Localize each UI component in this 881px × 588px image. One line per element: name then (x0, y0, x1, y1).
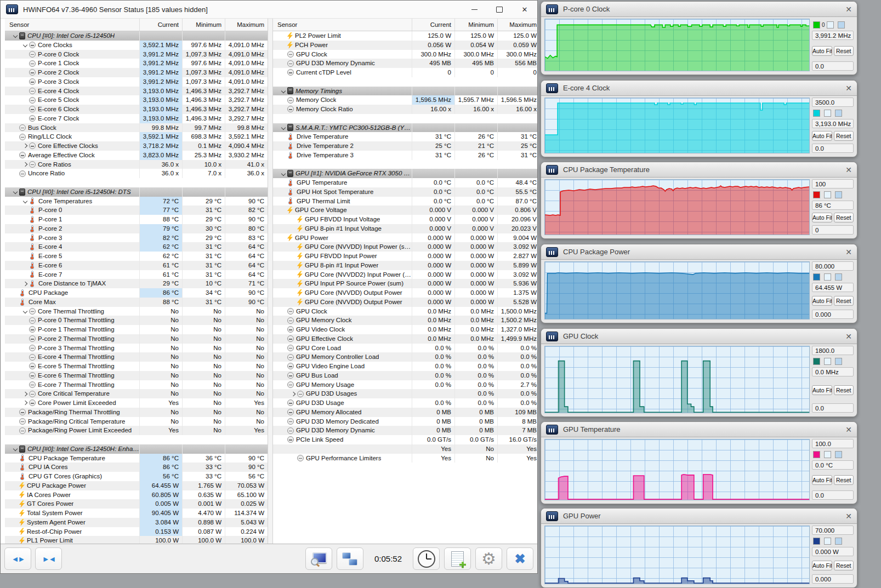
sensor-row[interactable]: E-core 661 °C31 °C64 °C (5, 261, 268, 270)
sensor-row[interactable]: Package/Ring Power Limit ExceededYesNoYe… (5, 426, 268, 435)
sensor-row[interactable]: GPU Video Clock0.0 MHz0.0 MHz1,327.0 MHz (273, 325, 537, 334)
sensor-row[interactable]: Memory Clock Ratio16.00 x16.00 x16.00 x (273, 105, 537, 114)
sensor-row[interactable]: GPU Memory Usage0.0 %0.0 %2.7 % (273, 380, 537, 390)
expand-columns-button[interactable]: ◄► (4, 547, 31, 570)
sensor-row[interactable]: GPU Core (NVVDD2) Input Power (sum)0.000… (273, 270, 537, 279)
chevron-down-icon[interactable] (11, 190, 19, 193)
grid-color-swatch[interactable] (835, 191, 842, 198)
sensor-row[interactable]: CPU Package Temperature86 °C36 °C90 °C (5, 454, 268, 463)
reset-button[interactable]: Reset (834, 296, 854, 306)
sensor-row[interactable]: P-core 1 Thermal ThrottlingNoNoNo (5, 325, 268, 334)
sensor-row[interactable]: E-core 761 °C31 °C64 °C (5, 270, 268, 279)
sensor-row[interactable]: Core Distance to TjMAX29 °C10 °C71 °C (5, 279, 268, 288)
auto-fit-button[interactable]: Auto Fit (812, 213, 832, 222)
sensor-row[interactable]: E-core 6 Clock3,193.0 MHz1,496.3 MHz3,29… (5, 105, 268, 114)
scale-min-field[interactable]: 0.000 (812, 310, 854, 319)
sensor-row[interactable]: Current cTDP Level000 (273, 68, 537, 77)
sensor-row[interactable]: GPU Core Load0.0 %0.0 %0.0 % (273, 344, 537, 353)
sensor-row[interactable]: GPU D3D Memory Dynamic495 MB495 MB556 MB (273, 59, 537, 68)
sensor-row[interactable]: GPU FBVDD Input Voltage0.000 V0.000 V20.… (273, 215, 537, 224)
sensor-row[interactable]: E-core 462 °C31 °C64 °C (5, 242, 268, 252)
sensor-row[interactable]: PL1 Power Limit100.0 W100.0 W100.0 W (5, 536, 268, 544)
sensor-row[interactable]: Drive Temperature 225 °C21 °C25 °C (273, 141, 537, 151)
chevron-down-icon[interactable] (279, 172, 287, 175)
column-header-current[interactable]: Current (412, 19, 454, 31)
sensor-row[interactable]: GPU Thermal Limit0.0 °C0.0 °C87.0 °C (273, 197, 537, 206)
series-color-swatch[interactable] (813, 21, 820, 28)
sensor-row[interactable]: IA Cores Power60.805 W0.635 W65.100 W (5, 490, 268, 500)
sensor-row[interactable]: P-core 0 Clock3,991.2 MHz1,097.3 MHz4,09… (5, 50, 268, 59)
sensor-row[interactable]: CPU Package86 °C34 °C90 °C (5, 288, 268, 298)
scale-max-field[interactable]: 80.000 (812, 261, 854, 271)
series-color-swatch[interactable] (813, 273, 820, 281)
auto-fit-button[interactable]: Auto Fit (812, 561, 832, 570)
sensor-row[interactable]: CPU IA Cores86 °C33 °C90 °C (5, 463, 268, 472)
sensor-row[interactable]: Core Thermal ThrottlingNoNoNo (5, 307, 268, 316)
background-color-swatch[interactable] (827, 21, 834, 28)
sensor-row[interactable]: Drive Temperature 331 °C26 °C31 °C (273, 151, 537, 160)
settings-button[interactable]: ⚙ (475, 547, 502, 570)
scale-max-field[interactable]: 100 (812, 179, 854, 189)
report-button[interactable] (444, 547, 471, 570)
panel-close-icon[interactable]: ✕ (845, 166, 852, 174)
sensor-row[interactable]: Drive Temperature31 °C26 °C31 °C (273, 132, 537, 141)
sensor-row[interactable]: P-core 3 Thermal ThrottlingNoNoNo (5, 344, 268, 353)
group-row[interactable]: CPU [#0]: Intel Core i5-12450H (5, 31, 268, 41)
background-color-swatch[interactable] (824, 358, 831, 365)
sensor-row[interactable]: Bus Clock99.8 MHz99.7 MHz99.8 MHz (5, 123, 268, 133)
chevron-right-icon[interactable] (289, 392, 297, 396)
scale-min-field[interactable]: 0.0 (812, 144, 854, 153)
sensor-row[interactable]: GPU Memory Controller Load0.0 %0.0 %0.0 … (273, 352, 537, 362)
graph-panel-titlebar[interactable]: GPU Power✕ (541, 509, 857, 524)
sensor-row[interactable]: E-core 562 °C31 °C64 °C (5, 252, 268, 261)
sensor-row[interactable]: Core Ratios36.0 x10.0 x41.0 x (5, 160, 268, 169)
background-color-swatch[interactable] (824, 538, 831, 545)
exit-button[interactable]: ✖ (507, 547, 533, 570)
grid-color-swatch[interactable] (838, 21, 845, 28)
sensor-row[interactable]: Rest-of-Chip Power0.153 W0.087 W0.224 W (5, 527, 268, 536)
sensor-row[interactable]: Core Power Limit ExceededYesNoYes (5, 398, 268, 408)
sensor-row[interactable]: GPU D3D Memory Dedicated0 MB0 MB8 MB (273, 417, 537, 426)
graph-panel-titlebar[interactable]: E-core 4 Clock✕ (541, 81, 857, 96)
scale-min-field[interactable]: 0.0 (812, 490, 854, 500)
graph-panel-titlebar[interactable]: P-core 0 Clock✕ (541, 2, 857, 17)
sensor-row[interactable]: Ring/LLC Clock3,592.1 MHz698.3 MHz3,592.… (5, 132, 268, 141)
sensor-row[interactable]: Average Effective Clock3,823.0 MHz25.3 M… (5, 151, 268, 160)
column-header-current[interactable]: Current (139, 19, 182, 31)
sensor-row[interactable]: PL2 Power Limit125.0 W125.0 W125.0 W (273, 31, 537, 41)
column-header-maximum[interactable]: Maximum (497, 19, 537, 31)
auto-fit-button[interactable]: Auto Fit (812, 46, 832, 56)
scale-max-field[interactable]: 70.000 (812, 526, 854, 535)
sensor-row[interactable]: Package/Ring Thermal ThrottlingNoNoNo (5, 408, 268, 417)
sensor-row[interactable]: P-core 382 °C29 °C83 °C (5, 233, 268, 243)
background-color-swatch[interactable] (824, 273, 831, 281)
chevron-down-icon[interactable] (21, 310, 29, 313)
scale-max-field[interactable]: 3500.0 (812, 98, 854, 107)
sensor-row[interactable]: GPU 8-pin #1 Input Voltage0.000 V0.000 V… (273, 224, 537, 233)
sensor-row[interactable]: System Agent Power3.084 W0.898 W5.043 W (5, 518, 268, 527)
background-color-swatch[interactable] (824, 191, 831, 198)
group-row[interactable]: S.M.A.R.T.: YMTC PC300-512GB-B (YMA2... (273, 123, 537, 133)
group-row[interactable]: Memory Timings (273, 87, 537, 96)
grid-color-swatch[interactable] (835, 358, 842, 365)
reset-button[interactable]: Reset (834, 475, 854, 485)
sensor-row[interactable]: Core Temperatures72 °C29 °C90 °C (5, 197, 268, 206)
minimize-button[interactable] (462, 1, 487, 18)
column-header-minimum[interactable]: Minimum (454, 19, 497, 31)
sensor-row[interactable]: GPU Temperature0.0 °C0.0 °C48.4 °C (273, 178, 537, 187)
sensor-row[interactable]: P-core 188 °C29 °C90 °C (5, 215, 268, 224)
sensor-row[interactable]: GPU Core (NVVDD) Output Power0.000 W0.00… (273, 298, 537, 307)
chevron-down-icon[interactable] (21, 43, 29, 47)
series-color-swatch[interactable] (813, 358, 820, 365)
sensor-row[interactable]: GPU Power0.000 W0.000 W9.004 W (273, 233, 537, 243)
sensor-row[interactable]: Total System Power90.405 W4.470 W114.374… (5, 509, 268, 518)
clock-button[interactable] (413, 547, 440, 570)
sensor-row[interactable]: GPU Core Voltage0.000 V0.000 V0.806 V (273, 205, 537, 215)
sensor-row[interactable]: P-core 2 Thermal ThrottlingNoNoNo (5, 334, 268, 344)
group-row[interactable]: GPU [#1]: NVIDIA GeForce RTX 3050 Lapt..… (273, 169, 537, 178)
sensor-row[interactable]: GPU Hot Spot Temperature0.0 °C0.0 °C55.5… (273, 187, 537, 197)
sensor-row[interactable]: P-core 2 Clock3,991.2 MHz1,097.3 MHz4,09… (5, 68, 268, 77)
collapse-columns-button[interactable]: ►◄ (35, 547, 62, 570)
column-header-sensor[interactable]: Sensor (273, 19, 412, 31)
chevron-down-icon[interactable] (21, 199, 29, 203)
